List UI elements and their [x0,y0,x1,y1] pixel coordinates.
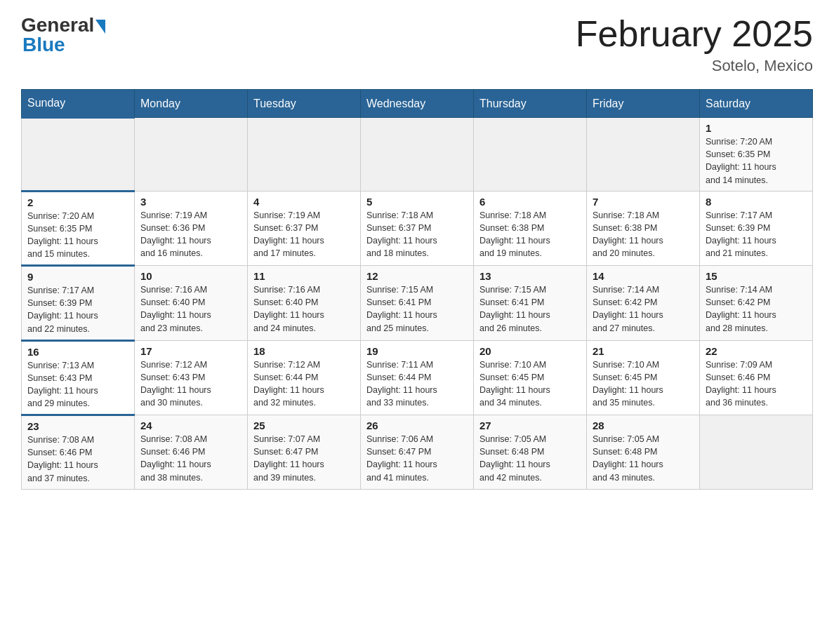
day-number: 25 [253,420,355,431]
day-number: 21 [593,345,694,357]
week-row-3: 9Sunrise: 7:17 AM Sunset: 6:39 PM Daylig… [22,266,813,341]
weekday-header-monday: Monday [135,90,248,118]
weekday-header-saturday: Saturday [700,90,813,118]
day-info: Sunrise: 7:07 AM Sunset: 6:47 PM Dayligh… [253,433,355,484]
calendar-cell: 13Sunrise: 7:15 AM Sunset: 6:41 PM Dayli… [474,266,587,341]
day-info: Sunrise: 7:12 AM Sunset: 6:43 PM Dayligh… [140,358,241,410]
weekday-header-thursday: Thursday [474,90,587,118]
calendar-cell: 16Sunrise: 7:13 AM Sunset: 6:43 PM Dayli… [22,340,135,415]
calendar-cell: 11Sunrise: 7:16 AM Sunset: 6:40 PM Dayli… [248,266,361,341]
calendar-cell [587,118,700,192]
day-number: 17 [140,345,241,357]
day-info: Sunrise: 7:14 AM Sunset: 6:42 PM Dayligh… [706,283,807,335]
day-info: Sunrise: 7:14 AM Sunset: 6:42 PM Dayligh… [593,283,694,335]
calendar-cell [22,118,135,192]
day-number: 20 [479,345,581,357]
day-number: 2 [27,196,128,208]
day-info: Sunrise: 7:13 AM Sunset: 6:43 PM Dayligh… [27,359,128,410]
day-number: 6 [479,196,581,208]
calendar-cell: 26Sunrise: 7:06 AM Sunset: 6:47 PM Dayli… [361,415,474,490]
weekday-header-tuesday: Tuesday [248,90,361,118]
calendar-cell [135,118,248,192]
calendar-cell: 14Sunrise: 7:14 AM Sunset: 6:42 PM Dayli… [587,266,700,341]
day-number: 18 [253,345,355,357]
day-info: Sunrise: 7:18 AM Sunset: 6:37 PM Dayligh… [366,209,468,260]
day-info: Sunrise: 7:16 AM Sunset: 6:40 PM Dayligh… [253,283,355,335]
day-number: 7 [593,196,694,208]
day-number: 8 [706,196,807,208]
calendar-cell: 18Sunrise: 7:12 AM Sunset: 6:44 PM Dayli… [248,340,361,415]
weekday-header-row: SundayMondayTuesdayWednesdayThursdayFrid… [22,90,813,118]
calendar-cell: 22Sunrise: 7:09 AM Sunset: 6:46 PM Dayli… [700,340,813,415]
day-number: 11 [253,270,355,282]
day-number: 4 [253,196,355,208]
day-number: 1 [706,122,807,134]
day-info: Sunrise: 7:18 AM Sunset: 6:38 PM Dayligh… [479,209,581,260]
calendar-cell: 4Sunrise: 7:19 AM Sunset: 6:37 PM Daylig… [248,191,361,266]
calendar-cell: 9Sunrise: 7:17 AM Sunset: 6:39 PM Daylig… [22,266,135,341]
week-row-4: 16Sunrise: 7:13 AM Sunset: 6:43 PM Dayli… [22,340,813,415]
month-title: February 2025 [576,14,813,54]
day-number: 12 [366,270,468,282]
day-info: Sunrise: 7:15 AM Sunset: 6:41 PM Dayligh… [479,283,581,335]
calendar-cell: 8Sunrise: 7:17 AM Sunset: 6:39 PM Daylig… [700,191,813,266]
calendar-cell: 2Sunrise: 7:20 AM Sunset: 6:35 PM Daylig… [22,191,135,266]
calendar-cell: 5Sunrise: 7:18 AM Sunset: 6:37 PM Daylig… [361,191,474,266]
day-number: 22 [706,345,807,357]
calendar-cell: 24Sunrise: 7:08 AM Sunset: 6:46 PM Dayli… [135,415,248,490]
day-info: Sunrise: 7:19 AM Sunset: 6:37 PM Dayligh… [253,209,355,260]
day-info: Sunrise: 7:05 AM Sunset: 6:48 PM Dayligh… [593,433,694,484]
calendar-cell: 17Sunrise: 7:12 AM Sunset: 6:43 PM Dayli… [135,340,248,415]
day-number: 23 [27,420,128,432]
week-row-2: 2Sunrise: 7:20 AM Sunset: 6:35 PM Daylig… [22,191,813,266]
calendar-cell: 20Sunrise: 7:10 AM Sunset: 6:45 PM Dayli… [474,340,587,415]
calendar-cell [248,118,361,192]
day-number: 14 [593,270,694,282]
day-info: Sunrise: 7:10 AM Sunset: 6:45 PM Dayligh… [593,358,694,410]
day-number: 27 [479,420,581,431]
week-row-5: 23Sunrise: 7:08 AM Sunset: 6:46 PM Dayli… [22,415,813,490]
day-info: Sunrise: 7:18 AM Sunset: 6:38 PM Dayligh… [593,209,694,260]
day-info: Sunrise: 7:20 AM Sunset: 6:35 PM Dayligh… [27,210,128,261]
day-info: Sunrise: 7:08 AM Sunset: 6:46 PM Dayligh… [140,433,241,484]
day-info: Sunrise: 7:09 AM Sunset: 6:46 PM Dayligh… [706,358,807,410]
day-number: 10 [140,270,241,282]
calendar-cell: 7Sunrise: 7:18 AM Sunset: 6:38 PM Daylig… [587,191,700,266]
logo-triangle-icon [95,20,105,34]
day-info: Sunrise: 7:10 AM Sunset: 6:45 PM Dayligh… [479,358,581,410]
weekday-header-friday: Friday [587,90,700,118]
calendar-cell: 28Sunrise: 7:05 AM Sunset: 6:48 PM Dayli… [587,415,700,490]
day-info: Sunrise: 7:17 AM Sunset: 6:39 PM Dayligh… [706,209,807,260]
calendar-cell: 10Sunrise: 7:16 AM Sunset: 6:40 PM Dayli… [135,266,248,341]
weekday-header-sunday: Sunday [22,90,135,118]
day-info: Sunrise: 7:11 AM Sunset: 6:44 PM Dayligh… [366,358,468,410]
day-number: 3 [140,196,241,208]
day-info: Sunrise: 7:16 AM Sunset: 6:40 PM Dayligh… [140,283,241,335]
calendar-cell: 27Sunrise: 7:05 AM Sunset: 6:48 PM Dayli… [474,415,587,490]
day-number: 9 [27,271,128,283]
day-number: 13 [479,270,581,282]
day-number: 15 [706,270,807,282]
calendar-cell: 25Sunrise: 7:07 AM Sunset: 6:47 PM Dayli… [248,415,361,490]
day-info: Sunrise: 7:19 AM Sunset: 6:36 PM Dayligh… [140,209,241,260]
calendar-cell: 23Sunrise: 7:08 AM Sunset: 6:46 PM Dayli… [22,415,135,490]
calendar-cell: 6Sunrise: 7:18 AM Sunset: 6:38 PM Daylig… [474,191,587,266]
day-info: Sunrise: 7:15 AM Sunset: 6:41 PM Dayligh… [366,283,468,335]
day-info: Sunrise: 7:05 AM Sunset: 6:48 PM Dayligh… [479,433,581,484]
calendar-cell: 1Sunrise: 7:20 AM Sunset: 6:35 PM Daylig… [700,118,813,192]
day-number: 24 [140,420,241,431]
calendar-cell: 3Sunrise: 7:19 AM Sunset: 6:36 PM Daylig… [135,191,248,266]
location-text: Sotelo, Mexico [576,57,813,75]
logo-blue-text: Blue [22,34,65,56]
day-info: Sunrise: 7:12 AM Sunset: 6:44 PM Dayligh… [253,358,355,410]
day-number: 16 [27,346,128,358]
day-info: Sunrise: 7:08 AM Sunset: 6:46 PM Dayligh… [27,434,128,485]
calendar-cell [700,415,813,490]
calendar-cell: 15Sunrise: 7:14 AM Sunset: 6:42 PM Dayli… [700,266,813,341]
calendar-cell: 21Sunrise: 7:10 AM Sunset: 6:45 PM Dayli… [587,340,700,415]
day-number: 28 [593,420,694,431]
day-number: 19 [366,345,468,357]
calendar-cell: 19Sunrise: 7:11 AM Sunset: 6:44 PM Dayli… [361,340,474,415]
calendar-cell [361,118,474,192]
day-info: Sunrise: 7:20 AM Sunset: 6:35 PM Dayligh… [706,135,807,187]
